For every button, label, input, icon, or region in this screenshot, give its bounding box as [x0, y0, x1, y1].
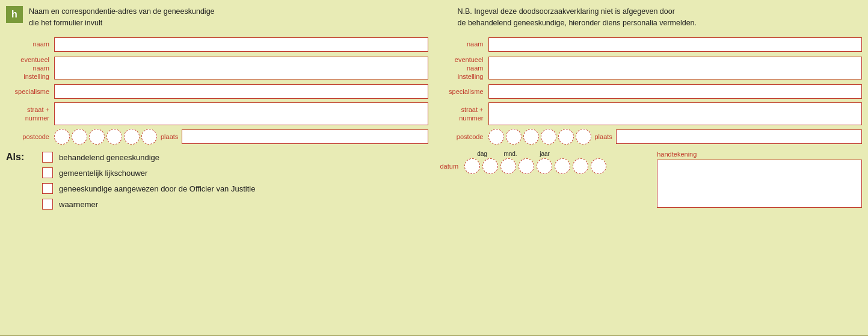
postcode-row-left: postcode plaats	[6, 129, 428, 145]
postcode-box-r2[interactable]	[506, 129, 522, 145]
straat-row-left: straat + nummer	[6, 102, 428, 125]
specialisme-input-left[interactable]	[54, 84, 428, 99]
datum-header: dag mnd. jaar	[472, 151, 645, 157]
datum-box-jaar-1[interactable]	[537, 158, 552, 174]
handtekening-box[interactable]	[657, 160, 862, 208]
postcode-box-1[interactable]	[54, 129, 70, 145]
als-label-2: gemeentelijk lijkschouwer	[59, 169, 147, 178]
checkbox-gemeentelijk[interactable]	[42, 167, 53, 178]
handtekening-label: handtekening	[657, 151, 862, 158]
als-row-4: waarnemer	[42, 199, 255, 210]
plaats-label-right: plaats	[595, 133, 612, 140]
h-badge: h	[6, 6, 23, 23]
header-right-text: N.B. Ingeval deze doodsoorzaakverklaring…	[458, 6, 863, 29]
postcode-box-r4[interactable]	[541, 129, 556, 145]
als-options: behandelend geneeskundige gemeentelijk l…	[42, 152, 255, 214]
als-row-2: gemeentelijk lijkschouwer	[42, 167, 255, 178]
straat-input-right[interactable]	[488, 102, 863, 125]
postcode-box-r1[interactable]	[488, 129, 504, 145]
postcode-boxes-right	[488, 129, 591, 145]
right-bottom: dag mnd. jaar datum	[440, 151, 863, 208]
naam-label-left: naam	[6, 40, 54, 48]
handtekening-section: handtekening	[657, 151, 862, 208]
checkbox-waarnemer[interactable]	[42, 199, 53, 210]
als-row-3: geneeskundige aangewezen door de Officie…	[42, 183, 255, 194]
datum-box-jaar-2[interactable]	[555, 158, 570, 174]
datum-box-jaar-4[interactable]	[591, 158, 606, 174]
straat-label-left: straat + nummer	[6, 105, 54, 123]
mnd-header: mnd.	[497, 151, 525, 157]
postcode-box-6[interactable]	[141, 129, 157, 145]
datum-box-jaar-3[interactable]	[573, 158, 588, 174]
checkbox-officier[interactable]	[42, 183, 53, 194]
plaats-label-left: plaats	[161, 133, 178, 140]
plaats-input-left[interactable]	[182, 129, 428, 144]
als-title: Als:	[6, 152, 35, 163]
postcode-box-2[interactable]	[72, 129, 87, 145]
postcode-box-5[interactable]	[124, 129, 140, 145]
postcode-label-right: postcode	[440, 132, 488, 141]
datum-section: dag mnd. jaar datum	[440, 151, 645, 208]
eventueel-input-right[interactable]	[488, 57, 863, 79]
naam-row-right: naam	[440, 37, 863, 52]
naam-input-right[interactable]	[488, 37, 863, 52]
eventueel-row-right: eventueel naam instelling	[440, 55, 863, 81]
als-label-1: behandelend geneeskundige	[59, 153, 159, 162]
left-section: naam eventueel naam instelling specialis…	[6, 37, 428, 215]
eventueel-row-left: eventueel naam instelling	[6, 55, 428, 81]
datum-boxes-row: datum	[440, 158, 645, 174]
specialisme-row-left: specialisme	[6, 84, 428, 99]
postcode-box-r5[interactable]	[558, 129, 574, 145]
postcode-box-r3[interactable]	[523, 129, 539, 145]
header-row: h Naam en correspondentie-adres van de g…	[6, 6, 862, 29]
eventueel-label-right: eventueel naam instelling	[440, 55, 488, 81]
datum-box-mnd-1[interactable]	[500, 158, 516, 174]
straat-label-right: straat + nummer	[440, 105, 488, 123]
eventueel-label-left: eventueel naam instelling	[6, 55, 54, 81]
right-section: naam eventueel naam instelling specialis…	[440, 37, 863, 215]
als-section: Als: behandelend geneeskundige gemeentel…	[6, 152, 428, 214]
checkbox-behandelend[interactable]	[42, 152, 53, 163]
main-content: naam eventueel naam instelling specialis…	[6, 37, 862, 215]
datum-box-dag-2[interactable]	[482, 158, 498, 174]
straat-row-right: straat + nummer	[440, 102, 863, 125]
form-page: h Naam en correspondentie-adres van de g…	[0, 0, 868, 336]
specialisme-label-left: specialisme	[6, 87, 54, 96]
specialisme-label-right: specialisme	[440, 87, 488, 96]
datum-label: datum	[440, 163, 459, 170]
datum-box-dag-1[interactable]	[464, 158, 480, 174]
specialisme-row-right: specialisme	[440, 84, 863, 99]
postcode-row-right: postcode plaats	[440, 129, 863, 145]
eventueel-input-left[interactable]	[54, 57, 428, 79]
jaar-header: jaar	[528, 151, 562, 157]
als-label-4: waarnemer	[59, 200, 98, 209]
als-row-1: behandelend geneeskundige	[42, 152, 255, 163]
straat-input-left[interactable]	[54, 102, 428, 125]
als-label-3: geneeskundige aangewezen door de Officie…	[59, 184, 255, 193]
specialisme-input-right[interactable]	[488, 84, 863, 99]
postcode-boxes-left	[54, 129, 157, 145]
plaats-input-right[interactable]	[616, 129, 862, 144]
postcode-label-left: postcode	[6, 132, 54, 141]
datum-box-mnd-2[interactable]	[519, 158, 534, 174]
naam-label-right: naam	[440, 40, 488, 48]
naam-input-left[interactable]	[54, 37, 428, 52]
postcode-box-4[interactable]	[106, 129, 122, 145]
header-left-text: Naam en correspondentie-adres van de gen…	[29, 6, 434, 29]
postcode-box-r6[interactable]	[576, 129, 591, 145]
naam-row-left: naam	[6, 37, 428, 52]
dag-header: dag	[472, 151, 493, 157]
postcode-box-3[interactable]	[89, 129, 105, 145]
